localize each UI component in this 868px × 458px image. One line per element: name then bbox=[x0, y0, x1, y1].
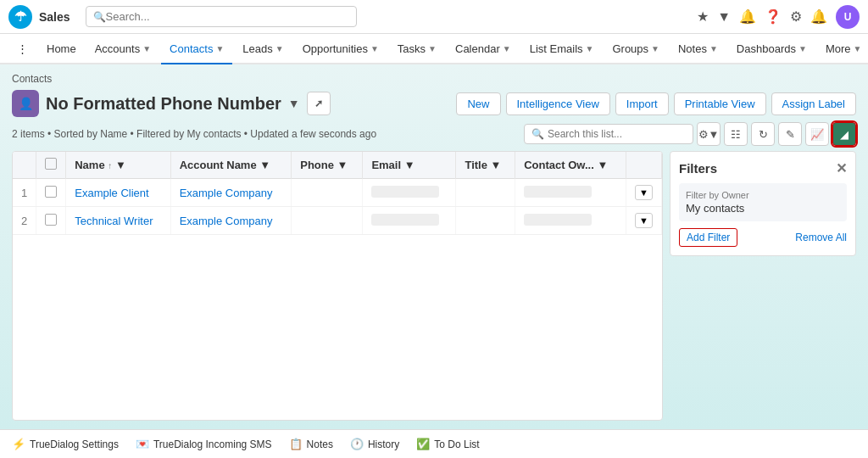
history-label: History bbox=[368, 438, 399, 450]
add-filter-button[interactable]: Add Filter bbox=[679, 228, 737, 247]
row2-name[interactable]: Technical Writer bbox=[66, 207, 170, 235]
row1-owner bbox=[515, 179, 626, 207]
row2-action[interactable]: ▼ bbox=[626, 207, 662, 235]
remove-all-link[interactable]: Remove All bbox=[795, 232, 847, 243]
contacts-icon-letter: 👤 bbox=[19, 97, 33, 110]
filter-owner-value: My contacts bbox=[686, 202, 840, 215]
row1-checkbox[interactable] bbox=[36, 179, 66, 207]
bell-icon[interactable]: 🔔 bbox=[739, 8, 756, 25]
new-button[interactable]: New bbox=[456, 92, 500, 115]
row1-title bbox=[456, 179, 515, 207]
col-account[interactable]: Account Name ▼ bbox=[170, 152, 292, 179]
chart-btn[interactable]: 📈 bbox=[805, 122, 829, 146]
dashboards-label: Dashboards bbox=[737, 42, 796, 55]
opportunities-label: Opportunities bbox=[303, 42, 368, 55]
col-action bbox=[626, 152, 662, 179]
phone-filter-icon[interactable]: ▼ bbox=[337, 159, 348, 171]
notes-arrow: ▼ bbox=[709, 44, 718, 53]
more-label: More bbox=[826, 42, 851, 55]
row2-dropdown-btn[interactable]: ▼ bbox=[635, 213, 653, 228]
calendar-label: Calendar bbox=[455, 42, 500, 55]
row1-action[interactable]: ▼ bbox=[626, 179, 662, 207]
col-email[interactable]: Email ▼ bbox=[363, 152, 456, 179]
salesforce-logo[interactable]: ☂ bbox=[8, 5, 32, 29]
table-filter-wrapper: Name ↑ ▼ Account Name ▼ Phone ▼ bbox=[12, 151, 856, 421]
bottom-notes[interactable]: 📋 Notes bbox=[289, 438, 333, 450]
nav-item-home-label[interactable]: Home bbox=[38, 33, 85, 64]
filter-owner-label: Filter by Owner bbox=[686, 190, 840, 200]
col-account-label: Account Name bbox=[180, 159, 257, 171]
owner-filter-icon[interactable]: ▼ bbox=[597, 159, 608, 171]
accounts-arrow: ▼ bbox=[142, 44, 151, 53]
gear-icon[interactable]: ⚙ bbox=[790, 8, 802, 25]
top-icons: ★ ▼ 🔔 ❓ ⚙ 🔔 U bbox=[697, 5, 860, 29]
nav-item-contacts[interactable]: Contacts ▼ bbox=[161, 34, 232, 64]
table-row: 2 Technical Writer Example Company ▼ bbox=[13, 207, 662, 235]
leads-arrow: ▼ bbox=[275, 44, 284, 53]
bookmark-icon[interactable]: ▼ bbox=[717, 9, 731, 25]
bottom-truedialog-sms[interactable]: 💌 TrueDialog Incoming SMS bbox=[136, 438, 272, 450]
tasks-arrow: ▼ bbox=[428, 44, 437, 53]
nav-item-listemails[interactable]: List Emails ▼ bbox=[521, 33, 603, 64]
row1-account[interactable]: Example Company bbox=[170, 179, 292, 207]
tasks-label: Tasks bbox=[398, 42, 426, 55]
nav-item-leads[interactable]: Leads ▼ bbox=[234, 33, 292, 64]
import-button[interactable]: Import bbox=[615, 92, 669, 115]
list-search[interactable]: 🔍 bbox=[524, 124, 693, 144]
contacts-arrow: ▼ bbox=[215, 44, 224, 53]
email-filter-icon[interactable]: ▼ bbox=[404, 159, 415, 171]
notification-icon[interactable]: 🔔 bbox=[810, 8, 827, 25]
col-name[interactable]: Name ↑ ▼ bbox=[66, 152, 170, 179]
nav-item-calendar[interactable]: Calendar ▼ bbox=[447, 33, 520, 64]
row1-dropdown-btn[interactable]: ▼ bbox=[635, 185, 653, 200]
settings-control-btn[interactable]: ⚙▼ bbox=[697, 122, 721, 146]
nav-item-groups[interactable]: Groups ▼ bbox=[604, 33, 668, 64]
nav-item-notes[interactable]: Notes ▼ bbox=[670, 33, 726, 64]
filter-close-button[interactable]: ✕ bbox=[836, 160, 847, 176]
bottom-todolist[interactable]: ✅ To Do List bbox=[416, 438, 479, 450]
edit-btn[interactable]: ✎ bbox=[778, 122, 802, 146]
bottom-truedialog-settings[interactable]: ⚡ TrueDialog Settings bbox=[12, 438, 119, 450]
col-owner[interactable]: Contact Ow... ▼ bbox=[515, 152, 626, 179]
col-title[interactable]: Title ▼ bbox=[456, 152, 515, 179]
col-checkbox[interactable] bbox=[36, 152, 66, 179]
list-search-input[interactable] bbox=[548, 128, 686, 140]
listemails-label: List Emails bbox=[530, 42, 583, 55]
accounts-label: Accounts bbox=[95, 42, 140, 55]
filter-btn[interactable]: ◢ bbox=[832, 122, 856, 146]
opportunities-arrow: ▼ bbox=[370, 44, 379, 53]
avatar[interactable]: U bbox=[836, 5, 860, 29]
nav-item-opportunities[interactable]: Opportunities ▼ bbox=[294, 33, 387, 64]
bottom-history[interactable]: 🕐 History bbox=[350, 438, 399, 450]
breadcrumb: Contacts bbox=[12, 73, 856, 85]
title-filter-icon[interactable]: ▼ bbox=[491, 159, 502, 171]
global-search[interactable]: 🔍 bbox=[86, 6, 357, 27]
help-icon[interactable]: ❓ bbox=[765, 8, 782, 25]
favorites-icon[interactable]: ★ bbox=[697, 8, 709, 25]
external-link-button[interactable]: ➚ bbox=[307, 92, 331, 115]
row1-name[interactable]: Example Client bbox=[66, 179, 170, 207]
title-dropdown-arrow[interactable]: ▼ bbox=[288, 97, 300, 110]
row2-phone bbox=[292, 207, 363, 235]
view-icon: 👤 bbox=[12, 90, 39, 117]
nav-item-dashboards[interactable]: Dashboards ▼ bbox=[728, 33, 815, 64]
nav-item-tasks[interactable]: Tasks ▼ bbox=[389, 33, 445, 64]
nav-item-accounts[interactable]: Accounts ▼ bbox=[86, 33, 159, 64]
app-name: Sales bbox=[39, 10, 70, 24]
name-filter-icon[interactable]: ▼ bbox=[115, 159, 126, 171]
columns-control-btn[interactable]: ☷ bbox=[724, 122, 748, 146]
search-input[interactable] bbox=[106, 10, 349, 23]
main-content: Contacts 👤 No Formatted Phone Number ▼ ➚… bbox=[0, 64, 868, 429]
grid-icon: ⋮ bbox=[17, 42, 28, 55]
intelligence-view-button[interactable]: Intelligence View bbox=[506, 92, 610, 115]
refresh-btn[interactable]: ↻ bbox=[751, 122, 775, 146]
row2-account[interactable]: Example Company bbox=[170, 207, 292, 235]
printable-view-button[interactable]: Printable View bbox=[674, 92, 766, 115]
row2-checkbox[interactable] bbox=[36, 207, 66, 235]
account-filter-icon[interactable]: ▼ bbox=[259, 159, 270, 171]
col-num bbox=[13, 152, 36, 179]
assign-label-button[interactable]: Assign Label bbox=[771, 92, 856, 115]
col-phone[interactable]: Phone ▼ bbox=[292, 152, 363, 179]
nav-item-home[interactable]: ⋮ bbox=[8, 33, 36, 64]
nav-item-more[interactable]: More ▼ bbox=[817, 33, 868, 64]
